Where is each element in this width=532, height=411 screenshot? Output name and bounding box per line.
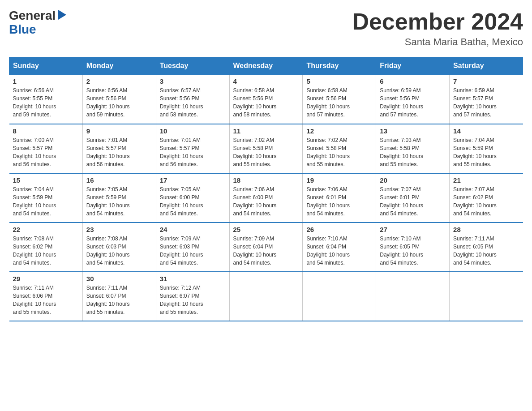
calendar-header-row: Sunday Monday Tuesday Wednesday Thursday… [9, 57, 523, 75]
calendar-cell: 20 Sunrise: 7:07 AMSunset: 6:01 PMDaylig… [376, 173, 450, 223]
day-number: 26 [306, 226, 372, 233]
day-info: Sunrise: 7:11 AMSunset: 6:05 PMDaylight:… [453, 235, 519, 267]
calendar-cell: 2 Sunrise: 6:56 AMSunset: 5:56 PMDayligh… [82, 75, 156, 124]
calendar-table: Sunday Monday Tuesday Wednesday Thursday… [9, 57, 523, 321]
day-number: 25 [233, 226, 299, 233]
day-number: 17 [160, 176, 226, 184]
page-header: General Blue December 2024 Santa Maria B… [9, 9, 523, 48]
calendar-cell [450, 272, 523, 321]
day-number: 27 [380, 226, 446, 233]
day-number: 4 [233, 77, 299, 85]
day-info: Sunrise: 6:59 AMSunset: 5:57 PMDaylight:… [453, 86, 519, 119]
calendar-week-row-3: 15 Sunrise: 7:04 AMSunset: 5:59 PMDaylig… [9, 173, 523, 223]
day-info: Sunrise: 7:06 AMSunset: 6:01 PMDaylight:… [306, 185, 372, 218]
calendar-cell: 3 Sunrise: 6:57 AMSunset: 5:56 PMDayligh… [156, 75, 229, 124]
day-info: Sunrise: 7:07 AMSunset: 6:01 PMDaylight:… [380, 185, 446, 218]
day-info: Sunrise: 7:12 AMSunset: 6:07 PMDaylight:… [160, 284, 226, 316]
day-number: 10 [160, 127, 226, 135]
day-info: Sunrise: 6:58 AMSunset: 5:56 PMDaylight:… [233, 86, 299, 119]
logo-arrow-icon [56, 9, 68, 21]
day-info: Sunrise: 7:09 AMSunset: 6:04 PMDaylight:… [233, 235, 299, 267]
day-info: Sunrise: 7:02 AMSunset: 5:58 PMDaylight:… [306, 136, 372, 168]
calendar-cell: 28 Sunrise: 7:11 AMSunset: 6:05 PMDaylig… [450, 223, 523, 272]
day-info: Sunrise: 6:59 AMSunset: 5:56 PMDaylight:… [380, 86, 446, 119]
calendar-cell: 27 Sunrise: 7:10 AMSunset: 6:05 PMDaylig… [376, 223, 450, 272]
day-number: 21 [453, 176, 519, 184]
title-block: December 2024 Santa Maria Batha, Mexico [352, 9, 523, 48]
col-thursday: Thursday [303, 57, 376, 75]
calendar-cell: 6 Sunrise: 6:59 AMSunset: 5:56 PMDayligh… [376, 75, 450, 124]
day-number: 29 [13, 275, 79, 283]
day-info: Sunrise: 7:05 AMSunset: 5:59 PMDaylight:… [86, 185, 152, 218]
calendar-cell: 8 Sunrise: 7:00 AMSunset: 5:57 PMDayligh… [9, 124, 83, 173]
col-sunday: Sunday [9, 57, 83, 75]
calendar-cell: 7 Sunrise: 6:59 AMSunset: 5:57 PMDayligh… [450, 75, 523, 124]
col-tuesday: Tuesday [156, 57, 229, 75]
day-number: 5 [306, 77, 372, 85]
svg-marker-0 [58, 10, 66, 20]
day-info: Sunrise: 7:11 AMSunset: 6:07 PMDaylight:… [86, 284, 152, 316]
calendar-cell: 23 Sunrise: 7:08 AMSunset: 6:03 PMDaylig… [82, 223, 156, 272]
day-number: 20 [380, 176, 446, 184]
calendar-cell [376, 272, 450, 321]
calendar-week-row-4: 22 Sunrise: 7:08 AMSunset: 6:02 PMDaylig… [9, 223, 523, 272]
day-number: 8 [13, 127, 79, 135]
calendar-cell: 30 Sunrise: 7:11 AMSunset: 6:07 PMDaylig… [82, 272, 156, 321]
day-info: Sunrise: 7:01 AMSunset: 5:57 PMDaylight:… [160, 136, 226, 168]
calendar-cell: 16 Sunrise: 7:05 AMSunset: 5:59 PMDaylig… [82, 173, 156, 223]
day-info: Sunrise: 7:02 AMSunset: 5:58 PMDaylight:… [233, 136, 299, 168]
day-number: 16 [86, 176, 152, 184]
calendar-cell: 11 Sunrise: 7:02 AMSunset: 5:58 PMDaylig… [229, 124, 303, 173]
calendar-cell: 10 Sunrise: 7:01 AMSunset: 5:57 PMDaylig… [156, 124, 229, 173]
location: Santa Maria Batha, Mexico [352, 36, 523, 48]
day-number: 30 [86, 275, 152, 283]
day-info: Sunrise: 6:58 AMSunset: 5:56 PMDaylight:… [306, 86, 372, 119]
day-info: Sunrise: 7:07 AMSunset: 6:02 PMDaylight:… [453, 185, 519, 218]
calendar-cell: 29 Sunrise: 7:11 AMSunset: 6:06 PMDaylig… [9, 272, 83, 321]
day-number: 1 [13, 77, 79, 85]
day-info: Sunrise: 7:10 AMSunset: 6:05 PMDaylight:… [380, 235, 446, 267]
day-number: 19 [306, 176, 372, 184]
calendar-cell: 4 Sunrise: 6:58 AMSunset: 5:56 PMDayligh… [229, 75, 303, 124]
calendar-cell: 18 Sunrise: 7:06 AMSunset: 6:00 PMDaylig… [229, 173, 303, 223]
day-info: Sunrise: 7:09 AMSunset: 6:03 PMDaylight:… [160, 235, 226, 267]
calendar-week-row-1: 1 Sunrise: 6:56 AMSunset: 5:55 PMDayligh… [9, 75, 523, 124]
col-friday: Friday [376, 57, 450, 75]
calendar-cell: 17 Sunrise: 7:05 AMSunset: 6:00 PMDaylig… [156, 173, 229, 223]
col-saturday: Saturday [450, 57, 523, 75]
day-number: 28 [453, 226, 519, 233]
day-number: 6 [380, 77, 446, 85]
calendar-cell: 22 Sunrise: 7:08 AMSunset: 6:02 PMDaylig… [9, 223, 83, 272]
day-number: 3 [160, 77, 226, 85]
day-info: Sunrise: 7:01 AMSunset: 5:57 PMDaylight:… [86, 136, 152, 168]
day-number: 18 [233, 176, 299, 184]
logo-blue: Blue [9, 23, 36, 37]
day-info: Sunrise: 6:56 AMSunset: 5:55 PMDaylight:… [13, 86, 79, 119]
day-number: 2 [86, 77, 152, 85]
day-info: Sunrise: 7:04 AMSunset: 5:59 PMDaylight:… [453, 136, 519, 168]
calendar-cell [229, 272, 303, 321]
day-info: Sunrise: 7:08 AMSunset: 6:02 PMDaylight:… [13, 235, 79, 267]
day-info: Sunrise: 7:11 AMSunset: 6:06 PMDaylight:… [13, 284, 79, 316]
day-info: Sunrise: 7:03 AMSunset: 5:58 PMDaylight:… [380, 136, 446, 168]
day-number: 31 [160, 275, 226, 283]
day-info: Sunrise: 7:06 AMSunset: 6:00 PMDaylight:… [233, 185, 299, 218]
calendar-week-row-5: 29 Sunrise: 7:11 AMSunset: 6:06 PMDaylig… [9, 272, 523, 321]
day-info: Sunrise: 6:56 AMSunset: 5:56 PMDaylight:… [86, 86, 152, 119]
day-number: 12 [306, 127, 372, 135]
day-number: 22 [13, 226, 79, 233]
day-number: 15 [13, 176, 79, 184]
day-number: 11 [233, 127, 299, 135]
calendar-week-row-2: 8 Sunrise: 7:00 AMSunset: 5:57 PMDayligh… [9, 124, 523, 173]
day-info: Sunrise: 7:08 AMSunset: 6:03 PMDaylight:… [86, 235, 152, 267]
month-title: December 2024 [352, 9, 523, 34]
calendar-cell: 1 Sunrise: 6:56 AMSunset: 5:55 PMDayligh… [9, 75, 83, 124]
day-number: 13 [380, 127, 446, 135]
calendar-cell: 14 Sunrise: 7:04 AMSunset: 5:59 PMDaylig… [450, 124, 523, 173]
calendar-cell: 31 Sunrise: 7:12 AMSunset: 6:07 PMDaylig… [156, 272, 229, 321]
day-info: Sunrise: 7:05 AMSunset: 6:00 PMDaylight:… [160, 185, 226, 218]
calendar-cell: 24 Sunrise: 7:09 AMSunset: 6:03 PMDaylig… [156, 223, 229, 272]
logo-general: General [9, 9, 56, 23]
calendar-cell: 15 Sunrise: 7:04 AMSunset: 5:59 PMDaylig… [9, 173, 83, 223]
calendar-cell: 12 Sunrise: 7:02 AMSunset: 5:58 PMDaylig… [303, 124, 376, 173]
